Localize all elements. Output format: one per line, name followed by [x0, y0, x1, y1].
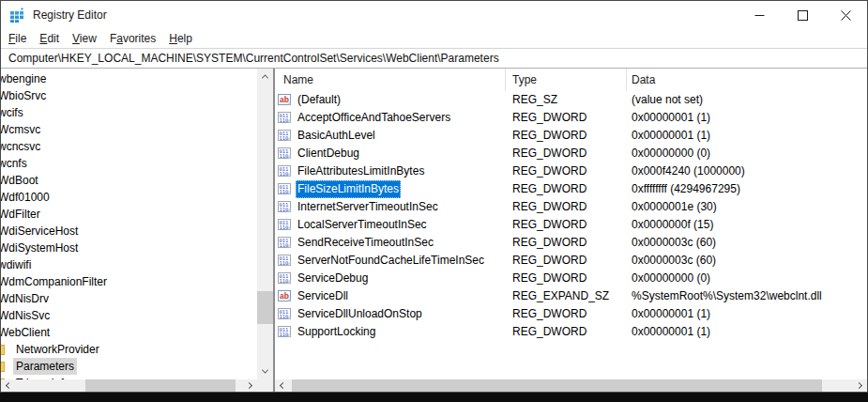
values-hscroll-thumb[interactable]: [292, 379, 822, 392]
column-header-type[interactable]: Type: [506, 69, 627, 91]
value-row[interactable]: 011 110 InternetServerTimeoutInSec REG_D…: [275, 198, 867, 216]
tree-item-label: wcnfs: [1, 155, 30, 172]
value-data: 0xffffffff (4294967295): [627, 180, 867, 198]
value-row[interactable]: 011 110 FileAttributesLimitInBytes REG_D…: [275, 162, 867, 180]
maximize-button[interactable]: [781, 1, 824, 29]
tree-item-label: wbengine: [1, 70, 49, 87]
tree-item[interactable]: WdNisDrv: [1, 290, 257, 307]
tree-item[interactable]: WdmCompanionFilter: [1, 273, 257, 290]
tree-item[interactable]: WebClient: [1, 324, 257, 341]
value-row[interactable]: ab (Default) REG_SZ (value not set): [275, 91, 867, 109]
tree-horizontal-scrollbar[interactable]: [1, 379, 257, 392]
value-data: 0x00000001 (1): [627, 323, 867, 341]
value-row[interactable]: 011 110 SupportLocking REG_DWORD 0x00000…: [275, 323, 867, 341]
tree-vscroll-thumb[interactable]: [257, 291, 273, 324]
svg-text:110: 110: [280, 224, 289, 230]
dword-value-icon: 011 110: [278, 183, 292, 195]
svg-text:ab: ab: [280, 291, 289, 301]
scroll-up-arrow[interactable]: [257, 69, 273, 85]
tree-item[interactable]: WdFilter: [1, 206, 257, 223]
tree-item-label: NetworkProvider: [13, 341, 102, 358]
tree-item[interactable]: Wdf01000: [1, 189, 257, 206]
scrollbar-corner: [257, 379, 273, 392]
tree-item[interactable]: NetworkProvider: [1, 341, 257, 358]
value-data: 0x0000000f (15): [627, 216, 867, 234]
tree-item[interactable]: wcncsvc: [1, 138, 257, 155]
tree-item-label: Wdf01000: [1, 189, 53, 206]
address-text: Computer\HKEY_LOCAL_MACHINE\SYSTEM\Curre…: [8, 52, 499, 65]
menu-favorites[interactable]: Favorites: [103, 32, 162, 45]
value-name: ServerNotFoundCacheLifeTimeInSec: [296, 252, 486, 270]
value-row[interactable]: 011 110 FileSizeLimitInBytes REG_DWORD 0…: [275, 180, 867, 198]
svg-text:110: 110: [280, 242, 289, 248]
value-name: FileAttributesLimitInBytes: [296, 162, 426, 180]
svg-text:110: 110: [280, 135, 289, 141]
folder-icon: [1, 345, 5, 355]
value-name: SupportLocking: [296, 323, 377, 341]
tree-item[interactable]: wcnfs: [1, 155, 257, 172]
value-row[interactable]: 011 110 ClientDebug REG_DWORD 0x00000000…: [275, 145, 867, 162]
dword-value-icon: 011 110: [278, 112, 292, 124]
tree-item[interactable]: wdiwifi: [1, 256, 257, 273]
tree-item[interactable]: WdiServiceHost: [1, 223, 257, 240]
value-row[interactable]: 011 110 ServiceDebug REG_DWORD 0x0000000…: [275, 270, 867, 287]
tree-vertical-scrollbar[interactable]: [257, 69, 273, 379]
tree-item-label: WdNisSvc: [1, 307, 53, 324]
tree-item-label: WdmCompanionFilter: [1, 273, 110, 290]
tree-item-label: wcifs: [1, 104, 26, 121]
dword-value-icon: 011 110: [278, 255, 292, 267]
tree-item[interactable]: wcifs: [1, 104, 257, 121]
value-data: 0x00000001 (1): [627, 127, 867, 145]
value-data: 0x00000001 (1): [627, 305, 867, 323]
values-horizontal-scrollbar[interactable]: [275, 379, 867, 392]
menu-edit[interactable]: Edit: [33, 32, 66, 45]
titlebar: Registry Editor: [1, 1, 867, 29]
tree-item[interactable]: WdNisSvc: [1, 307, 257, 324]
scroll-left-arrow[interactable]: [275, 379, 291, 392]
value-name: ClientDebug: [296, 145, 361, 162]
tree-item[interactable]: wbengine: [1, 70, 257, 87]
value-row[interactable]: ab ServiceDll REG_EXPAND_SZ %SystemRoot%…: [275, 287, 867, 305]
tree-hscroll-thumb[interactable]: [85, 379, 236, 392]
column-header-data[interactable]: Data: [627, 69, 867, 91]
value-type: REG_DWORD: [506, 145, 627, 162]
value-row[interactable]: 011 110 LocalServerTimeoutInSec REG_DWOR…: [275, 216, 867, 234]
values-pane: Name Type Data ab (Default) REG_SZ (valu…: [275, 69, 867, 392]
value-row[interactable]: 011 110 AcceptOfficeAndTahoeServers REG_…: [275, 109, 867, 127]
scroll-left-arrow[interactable]: [1, 379, 17, 392]
dword-value-icon: 011 110: [278, 147, 292, 160]
tree-item-label: WdNisDrv: [1, 290, 52, 307]
menu-help[interactable]: Help: [162, 32, 199, 45]
scroll-right-arrow[interactable]: [851, 379, 867, 392]
value-row[interactable]: 011 110 ServerNotFoundCacheLifeTimeInSec…: [275, 252, 867, 270]
value-row[interactable]: 011 110 BasicAuthLevel REG_DWORD 0x00000…: [275, 127, 867, 145]
dword-value-icon: 011 110: [278, 237, 292, 249]
tree-item[interactable]: WdiSystemHost: [1, 240, 257, 256]
value-row[interactable]: 011 110 ServiceDllUnloadOnStop REG_DWORD…: [275, 305, 867, 323]
value-name: LocalServerTimeoutInSec: [296, 216, 429, 234]
scroll-down-arrow[interactable]: [257, 363, 273, 379]
svg-text:110: 110: [280, 332, 289, 337]
svg-text:110: 110: [280, 314, 289, 319]
value-type: REG_DWORD: [506, 305, 627, 323]
close-button[interactable]: [824, 1, 867, 29]
value-name: BasicAuthLevel: [296, 127, 377, 145]
value-name: FileSizeLimitInBytes: [296, 180, 401, 198]
value-row[interactable]: 011 110 SendReceiveTimeoutInSec REG_DWOR…: [275, 234, 867, 252]
column-header-name[interactable]: Name: [275, 69, 506, 91]
folder-icon: [1, 362, 5, 372]
tree-item[interactable]: WbioSrvc: [1, 87, 257, 104]
menu-view[interactable]: View: [66, 32, 103, 45]
tree-item-label: WdiSystemHost: [1, 240, 81, 256]
tree-item[interactable]: WdBoot: [1, 172, 257, 189]
tree-item-label: Parameters: [13, 358, 77, 375]
tree-item[interactable]: Wcmsvc: [1, 121, 257, 138]
scroll-right-arrow[interactable]: [241, 379, 257, 392]
tree-item[interactable]: Parameters: [1, 358, 257, 375]
value-type: REG_SZ: [506, 91, 627, 109]
value-rows: ab (Default) REG_SZ (value not set) 011 …: [275, 91, 867, 379]
menu-file[interactable]: File: [2, 32, 33, 45]
menubar: File Edit View Favorites Help: [1, 29, 867, 48]
address-bar[interactable]: Computer\HKEY_LOCAL_MACHINE\SYSTEM\Curre…: [1, 48, 867, 69]
minimize-button[interactable]: [738, 1, 781, 29]
